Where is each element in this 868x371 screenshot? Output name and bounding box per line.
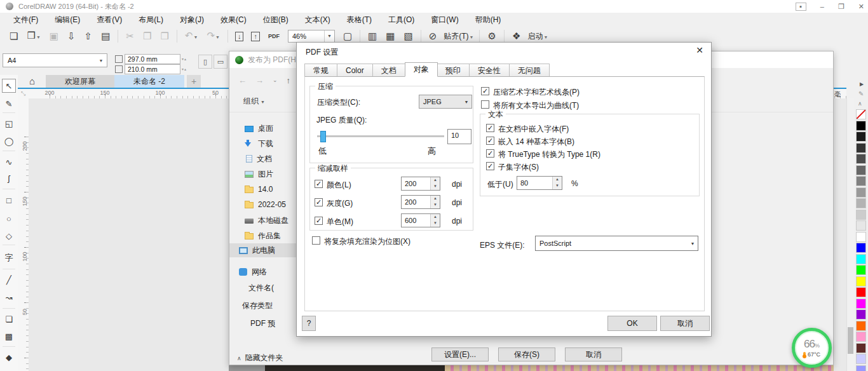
spinner-buttons[interactable]: ▲▼ — [552, 177, 562, 189]
sidebar-item-网络[interactable]: 网络 — [229, 265, 297, 279]
ruler-origin-icon[interactable]: ⤡ — [18, 89, 29, 98]
freehand-tool[interactable]: ∿ — [2, 156, 16, 170]
portrait-button[interactable]: ▯ — [198, 55, 212, 69]
crop-tool[interactable]: ◱ — [2, 117, 16, 131]
page-height-stepper[interactable]: ▾▴ — [182, 67, 193, 71]
back-icon[interactable]: ← — [238, 76, 247, 85]
text-option-checkbox-0[interactable]: ✓ — [486, 124, 494, 132]
spinner-buttons[interactable]: ▲▼ — [430, 196, 440, 208]
pdf-tab-对象[interactable]: 对象 — [405, 62, 438, 77]
color-swatch[interactable] — [856, 287, 866, 297]
menu-item-9[interactable]: 工具(O) — [380, 15, 423, 25]
text-option-checkbox-3[interactable]: ✓ — [486, 162, 494, 170]
sidebar-item-本地磁盘[interactable]: 本地磁盘 — [229, 213, 297, 227]
spinner-buttons[interactable]: ▲▼ — [430, 214, 440, 227]
color-swatch[interactable] — [856, 143, 866, 153]
color-swatch[interactable] — [856, 321, 866, 331]
pdf-tab-文档[interactable]: 文档 — [373, 64, 405, 77]
no-color-swatch[interactable] — [856, 109, 866, 119]
vertical-scrollbar[interactable] — [846, 98, 854, 371]
forward-icon[interactable]: → — [255, 76, 264, 85]
downsample-spinner-0[interactable]: 200▲▼ — [401, 177, 440, 191]
sidebar-item-文档[interactable]: 文档 — [229, 152, 297, 166]
jpeg-quality-slider-handle[interactable] — [320, 131, 326, 142]
color-swatch[interactable] — [856, 198, 866, 208]
palette-scroll-up-icon[interactable]: ∧ — [858, 100, 862, 107]
zoom-tool[interactable]: ◯ — [2, 135, 16, 149]
downsample-checkbox-0[interactable]: ✓ — [315, 180, 323, 188]
eps-file-dropdown[interactable]: PostScript ▼ — [535, 236, 698, 251]
sidebar-item-桌面[interactable]: 桌面 — [229, 121, 297, 135]
connector-tool[interactable]: ↝ — [2, 291, 16, 305]
close-icon[interactable]: ✕ — [696, 45, 703, 55]
page-width-field[interactable]: 297.0 mm — [125, 54, 180, 64]
pdf-tab-安全性[interactable]: 安全性 — [470, 64, 510, 77]
open-folder-icon[interactable]: ❒▼ — [22, 27, 44, 46]
color-eyedropper-tool[interactable]: ◆ — [2, 351, 16, 365]
home-icon[interactable]: ⌂ — [29, 76, 35, 86]
color-swatch[interactable] — [856, 276, 866, 287]
menu-item-0[interactable]: 文件(F) — [5, 15, 46, 25]
text-option-checkbox-2[interactable]: ✓ — [486, 149, 494, 158]
tab-welcome-screen[interactable]: 欢迎屏幕 — [46, 75, 114, 88]
export-curves-checkbox[interactable]: ✓ — [481, 100, 489, 109]
history-chevron-icon[interactable]: ⌄ — [273, 77, 278, 83]
spinner-buttons[interactable]: ▲▼ — [430, 177, 440, 190]
text-option-checkbox-1[interactable]: ✓ — [486, 137, 494, 145]
compress-art-checkbox[interactable]: ✓ — [481, 87, 489, 95]
render-fills-checkbox[interactable]: ✓ — [312, 236, 320, 245]
menu-item-7[interactable]: 文本(X) — [297, 15, 339, 25]
menu-item-3[interactable]: 布局(L) — [130, 15, 172, 25]
color-swatch[interactable] — [856, 309, 866, 320]
help-button[interactable]: ? — [302, 316, 316, 331]
sidebar-item-14.0[interactable]: 14.0 — [229, 182, 297, 196]
cloud-upload-icon[interactable]: ⇧ — [80, 28, 97, 44]
polygon-tool[interactable]: ◇ — [2, 229, 16, 243]
color-swatch[interactable] — [856, 154, 866, 164]
save-button[interactable]: 保存(S) — [498, 347, 555, 361]
color-swatch[interactable] — [856, 210, 866, 220]
color-swatch[interactable] — [856, 220, 866, 231]
snap-menu[interactable]: 贴齐(T)▼ — [441, 31, 476, 42]
ok-button[interactable]: OK — [607, 316, 657, 331]
color-swatch[interactable] — [856, 354, 866, 364]
menu-item-6[interactable]: 位图(B) — [255, 15, 297, 25]
new-tab-button[interactable]: + — [187, 75, 201, 88]
page-height-field[interactable]: 210.0 mm — [125, 64, 180, 74]
sidebar-item-下载[interactable]: 下载 — [229, 137, 297, 151]
shape-tool[interactable]: ✎ — [2, 97, 16, 111]
cloud-download-icon[interactable]: ⇩ — [63, 28, 80, 44]
close-button[interactable]: ✕ — [858, 3, 864, 11]
jpeg-quality-value[interactable]: 10 — [447, 129, 471, 144]
color-swatch[interactable] — [856, 332, 866, 342]
drop-shadow-tool[interactable]: ❏ — [2, 313, 16, 327]
up-icon[interactable]: ↑ — [287, 76, 291, 85]
color-swatch[interactable] — [856, 121, 866, 131]
ellipse-tool[interactable]: ○ — [2, 212, 16, 226]
color-swatch[interactable] — [856, 132, 866, 142]
transparency-tool[interactable]: ▩ — [2, 330, 16, 344]
color-swatch[interactable] — [856, 176, 866, 186]
pick-tool[interactable]: ↖ — [2, 79, 16, 93]
vertical-ruler[interactable]: 20015010050 — [18, 98, 29, 371]
subset-percent-spinner[interactable]: 80 ▲▼ — [517, 176, 562, 190]
rectangle-tool[interactable]: □ — [2, 194, 16, 208]
sidebar-item-此电脑[interactable]: 此电脑 — [229, 243, 297, 257]
page-size-dropdown[interactable]: A4 ▼ — [3, 53, 107, 67]
scrollbar-thumb[interactable] — [848, 327, 853, 354]
hide-folders-toggle[interactable]: ∧隐藏文件夹 — [237, 353, 283, 363]
menu-item-1[interactable]: 编辑(E) — [46, 15, 88, 25]
tab-untitled-document[interactable]: 未命名 -2 — [114, 75, 184, 88]
jpeg-quality-slider[interactable] — [317, 135, 444, 137]
sidebar-item-2022-05[interactable]: 2022-05 — [229, 198, 297, 212]
downsample-checkbox-1[interactable]: ✓ — [315, 198, 323, 206]
cancel-button[interactable]: 取消 — [565, 347, 622, 361]
settings-button[interactable]: 设置(E)... — [431, 347, 489, 361]
landscape-button[interactable]: ▭ — [214, 55, 227, 69]
minimize-button[interactable]: – — [820, 3, 824, 10]
launch-menu[interactable]: 启动▼ — [525, 31, 550, 42]
publish-pdf-icon[interactable]: PDF — [264, 28, 284, 44]
menu-item-10[interactable]: 窗口(W) — [423, 15, 466, 25]
downsample-spinner-1[interactable]: 200▲▼ — [401, 195, 440, 209]
menu-item-8[interactable]: 表格(T) — [339, 15, 380, 25]
